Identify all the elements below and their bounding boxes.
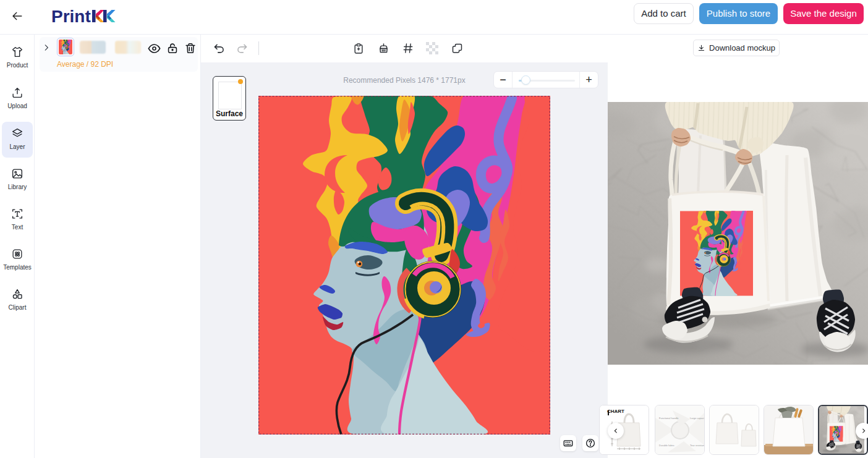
svg-text:Print: Print [51,7,91,26]
svg-text:Functional handle: Functional handle [659,417,679,420]
svg-text:CHART: CHART [607,409,624,414]
svg-text:Durable fabric: Durable fabric [659,444,674,447]
svg-text:Tear resistant: Tear resistant [690,444,705,447]
svg-text:Large capacity: Large capacity [690,417,705,420]
